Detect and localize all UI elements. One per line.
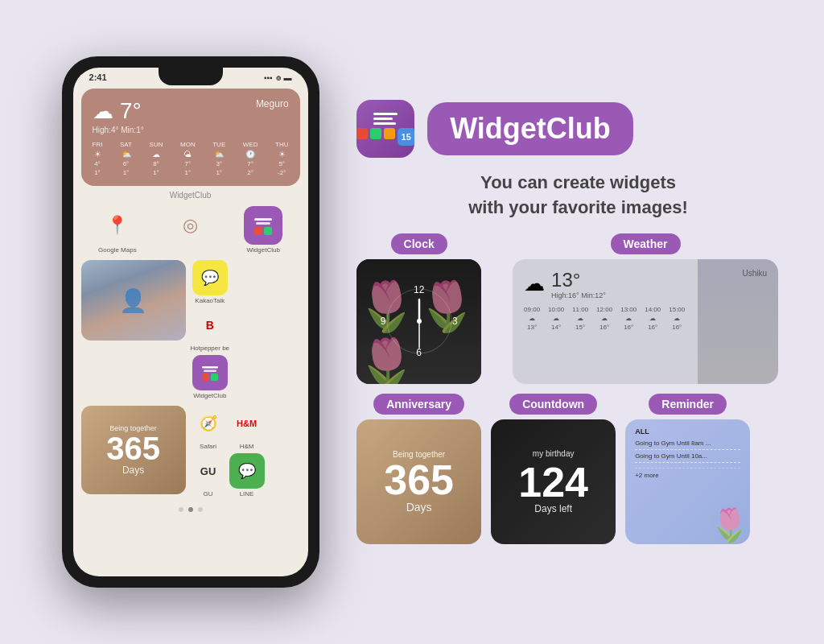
phone-photo[interactable]: 👤 — [81, 260, 186, 341]
countdown-badge: Countdown — [509, 394, 597, 415]
gu-app[interactable]: GU GU — [191, 453, 226, 497]
widget-row-2: Anniversary Being together 365 Days Coun… — [356, 394, 800, 544]
hotpepper-app[interactable]: B Hotpepper be — [191, 308, 229, 352]
countdown-preview[interactable]: my birthday 124 Days left — [491, 419, 616, 544]
svg-point-11 — [417, 319, 422, 324]
phone-app-row-1: 📍 Google Maps ◎ — [73, 203, 308, 257]
app-header: 15 WidgetClub — [356, 100, 800, 158]
reminder-item-2: Going to Gym Until 10a... — [635, 450, 740, 463]
dot-2 — [188, 507, 193, 512]
phone-widgetclub-label: WidgetClub — [73, 191, 308, 200]
phone-right-icons: 💬 KakaoTalk B Hotpepper be — [191, 260, 229, 399]
google-maps-icon: 📍 — [98, 206, 137, 245]
green-square-icon — [370, 128, 381, 139]
reminder-more: +2 more — [635, 472, 740, 479]
phone-cloud-icon: ☁ — [93, 99, 113, 123]
red-square-icon — [356, 128, 368, 139]
icon-line-3 — [373, 122, 396, 125]
phone-weather-days: FRI☀4°1° SAT⛅6°1° SUN☁8°1° MON🌤7°1° TUE⛅… — [93, 141, 289, 176]
phone-screen: 2:41 ▪▪▪ ⌾ ▬ ☁ 7° Meguro High:4° Min:1° — [73, 68, 308, 576]
widgetclub-app-2[interactable]: WidgetClub — [191, 355, 229, 399]
clock-preview[interactable]: 🌷🌷🌷 12 3 6 9 — [356, 259, 481, 384]
circle-icon: ◎ — [171, 206, 210, 245]
phone-photo-row: 👤 💬 KakaoTalk B Hotpepper be — [73, 257, 308, 402]
weather-preview-hilo: High:16° Min:12° — [551, 291, 606, 299]
app-icon-lines-decoration — [373, 113, 398, 125]
app-icon-large: 15 — [356, 100, 414, 158]
anniversary-preview-num: 365 — [384, 459, 454, 501]
countdown-widget-col: Countdown my birthday 124 Days left — [491, 394, 616, 544]
weather-preview[interactable]: ☁ 13° High:16° Min:12° Ushiku 09:00☁13° … — [513, 259, 778, 384]
widgetclub-label-1: WidgetClub — [247, 246, 280, 254]
phone-ann-number: 365 — [106, 432, 160, 464]
dot-3 — [198, 507, 203, 512]
kakaotalk-icon: 💬 — [192, 260, 228, 295]
version-number: 15 — [398, 128, 415, 146]
widgetclub-label-2: WidgetClub — [193, 392, 226, 399]
phone-page-dots — [73, 501, 308, 515]
widgetclub-app-1[interactable]: WidgetClub — [244, 206, 282, 254]
weather-preview-location: Ushiku — [742, 269, 767, 278]
circle-app[interactable]: ◎ — [171, 206, 210, 254]
app-tagline: You can create widgets with your favorit… — [356, 171, 800, 221]
reminder-all-label: ALL — [635, 427, 740, 436]
widget-grid: Clock 🌷🌷🌷 12 3 6 9 — [356, 233, 800, 544]
reminder-item-1: Going to Gym Until 8am ... — [635, 437, 740, 450]
reminder-badge: Reminder — [649, 394, 727, 415]
weather-preview-cloud-icon: ☁ — [524, 271, 545, 296]
hotpepper-icon: B — [192, 308, 228, 343]
weather-badge: Weather — [611, 233, 681, 254]
clock-svg — [383, 285, 455, 357]
google-maps-app[interactable]: 📍 Google Maps — [98, 206, 137, 254]
battery-icon: ▬ — [284, 73, 292, 82]
phone-safari-hm-row: 🧭 Safari H&M H&M — [191, 406, 265, 450]
anniversary-badge: Anniversary — [373, 394, 464, 415]
hm-app[interactable]: H&M H&M — [229, 406, 265, 450]
safari-icon: 🧭 — [191, 406, 226, 441]
reminder-preview[interactable]: 🌷 ALL Going to Gym Until 8am ... Going t… — [625, 419, 750, 544]
wifi-icon: ⌾ — [276, 73, 281, 82]
gu-icon: GU — [191, 453, 226, 489]
phone-anniversary-widget[interactable]: Being together 365 Days — [81, 406, 186, 494]
safari-app[interactable]: 🧭 Safari — [191, 406, 226, 450]
svg-rect-7 — [211, 374, 218, 381]
phone-notch — [159, 68, 223, 85]
line-icon: 💬 — [229, 453, 265, 489]
phone-frame: 2:41 ▪▪▪ ⌾ ▬ ☁ 7° Meguro High:4° Min:1° — [62, 56, 319, 588]
phone-ann-days: Days — [122, 464, 144, 476]
reminder-item-3 — [635, 463, 740, 469]
phone-weather-hilo: High:4° Min:1° — [93, 126, 289, 134]
svg-rect-4 — [202, 366, 218, 369]
app-icon-bottom-row: 15 — [356, 128, 414, 146]
clock-face: 12 3 6 9 — [379, 281, 459, 361]
svg-rect-2 — [254, 227, 262, 235]
phone-section: 2:41 ▪▪▪ ⌾ ▬ ☁ 7° Meguro High:4° Min:1° — [24, 56, 356, 588]
app-name-text: WidgetClub — [450, 112, 611, 145]
phone-anniversary-row: Being together 365 Days 🧭 Safari H&M H&M — [73, 402, 308, 501]
app-name-badge: WidgetClub — [427, 102, 633, 155]
phone-weather-location: Meguro — [256, 98, 289, 109]
anniversary-preview-days: Days — [406, 501, 432, 514]
widgetclub-icon-1 — [244, 206, 282, 245]
svg-rect-6 — [202, 374, 209, 381]
phone-weather-widget[interactable]: ☁ 7° Meguro High:4° Min:1° FRI☀4°1° SAT⛅… — [81, 89, 300, 186]
status-icons: ▪▪▪ ⌾ ▬ — [264, 73, 292, 82]
anniversary-preview-label: Being together — [393, 450, 445, 459]
dot-1 — [179, 507, 183, 512]
anniversary-preview[interactable]: Being together 365 Days — [356, 419, 481, 544]
tagline-line-1: You can create widgets — [356, 171, 800, 196]
weather-preview-temp: 13° — [551, 269, 606, 291]
right-section: 15 WidgetClub You can create widgets wit… — [356, 100, 800, 544]
svg-rect-5 — [204, 370, 216, 373]
kakaotalk-app[interactable]: 💬 KakaoTalk — [191, 260, 229, 304]
countdown-title: my birthday — [533, 449, 575, 458]
weather-preview-days: 09:00☁13° 10:00☁14° 11:00☁15° 12:00☁16° … — [524, 306, 767, 331]
widget-row-1: Clock 🌷🌷🌷 12 3 6 9 — [356, 233, 800, 384]
svg-rect-3 — [264, 227, 272, 235]
orange-square-icon — [384, 128, 395, 139]
svg-rect-1 — [256, 222, 270, 225]
widgetclub-icon-2 — [192, 355, 228, 390]
reminder-widget-col: Reminder 🌷 ALL Going to Gym Until 8am ..… — [625, 394, 750, 544]
line-app[interactable]: 💬 LINE — [229, 453, 265, 497]
phone-ann-label: Being together — [109, 424, 157, 432]
